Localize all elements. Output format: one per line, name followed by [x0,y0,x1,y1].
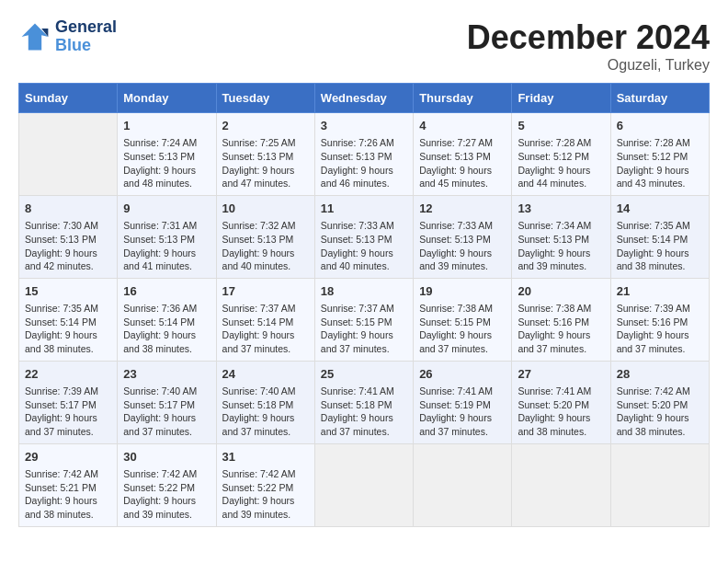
day-number: 14 [617,201,703,217]
day-number: 22 [25,366,111,383]
calendar-day: 4Sunrise: 7:27 AMSunset: 5:13 PMDaylight… [414,113,512,196]
day-info: Sunrise: 7:42 AMSunset: 5:22 PMDaylight:… [222,467,309,522]
day-number: 8 [25,201,111,217]
day-number: 10 [222,201,309,217]
day-number: 13 [518,201,604,217]
day-number: 12 [419,201,506,217]
calendar-day: 15Sunrise: 7:35 AMSunset: 5:14 PMDayligh… [19,278,118,361]
day-number: 16 [123,283,210,300]
day-number: 20 [518,283,604,300]
weekday-header: Saturday [610,84,709,113]
weekday-header: Tuesday [216,84,314,113]
day-info: Sunrise: 7:37 AMSunset: 5:14 PMDaylight:… [222,302,309,356]
day-info: Sunrise: 7:42 AMSunset: 5:21 PMDaylight:… [25,467,111,522]
location: Oguzeli, Turkey [467,57,710,74]
calendar-day: 17Sunrise: 7:37 AMSunset: 5:14 PMDayligh… [216,278,314,361]
calendar-day: 11Sunrise: 7:33 AMSunset: 5:13 PMDayligh… [314,195,413,278]
day-info: Sunrise: 7:31 AMSunset: 5:13 PMDaylight:… [123,219,210,273]
day-info: Sunrise: 7:30 AMSunset: 5:13 PMDaylight:… [25,219,111,273]
day-info: Sunrise: 7:41 AMSunset: 5:18 PMDaylight:… [321,385,407,439]
calendar-day: 31Sunrise: 7:42 AMSunset: 5:22 PMDayligh… [216,443,314,526]
calendar-day: 6Sunrise: 7:28 AMSunset: 5:12 PMDaylight… [610,113,709,196]
day-number: 21 [617,283,703,300]
day-number: 6 [617,118,703,134]
calendar-day: 26Sunrise: 7:41 AMSunset: 5:19 PMDayligh… [414,361,512,443]
day-number: 31 [222,449,309,465]
calendar-day: 20Sunrise: 7:38 AMSunset: 5:16 PMDayligh… [512,278,610,361]
day-number: 4 [419,118,506,134]
day-number: 1 [123,118,210,134]
day-info: Sunrise: 7:33 AMSunset: 5:13 PMDaylight:… [321,219,407,273]
logo-icon [18,20,51,53]
day-number: 28 [617,366,703,383]
day-info: Sunrise: 7:38 AMSunset: 5:15 PMDaylight:… [419,302,506,356]
day-info: Sunrise: 7:27 AMSunset: 5:13 PMDaylight:… [419,136,506,190]
day-info: Sunrise: 7:35 AMSunset: 5:14 PMDaylight:… [617,219,703,273]
svg-marker-0 [22,23,49,50]
day-number: 26 [419,366,506,383]
day-number: 11 [321,201,407,217]
day-info: Sunrise: 7:35 AMSunset: 5:14 PMDaylight:… [25,302,111,356]
day-info: Sunrise: 7:26 AMSunset: 5:13 PMDaylight:… [321,136,407,190]
day-info: Sunrise: 7:32 AMSunset: 5:13 PMDaylight:… [222,219,309,273]
day-number: 2 [222,118,309,134]
day-number: 25 [321,366,407,383]
day-number: 23 [123,366,210,383]
calendar-day [610,443,709,526]
page-header: General Blue December 2024 Oguzeli, Turk… [18,18,710,74]
weekday-header: Wednesday [314,84,413,113]
day-info: Sunrise: 7:40 AMSunset: 5:18 PMDaylight:… [222,385,309,439]
calendar-day: 2Sunrise: 7:25 AMSunset: 5:13 PMDaylight… [216,113,314,196]
day-number: 29 [25,449,111,465]
day-info: Sunrise: 7:25 AMSunset: 5:13 PMDaylight:… [222,136,309,190]
calendar-week-row: 1Sunrise: 7:24 AMSunset: 5:13 PMDaylight… [19,113,710,196]
calendar-day: 25Sunrise: 7:41 AMSunset: 5:18 PMDayligh… [314,361,413,443]
day-info: Sunrise: 7:24 AMSunset: 5:13 PMDaylight:… [123,136,210,190]
day-info: Sunrise: 7:36 AMSunset: 5:14 PMDaylight:… [123,302,210,356]
day-number: 19 [419,283,506,300]
day-number: 15 [25,283,111,300]
calendar-day [512,443,610,526]
day-number: 18 [321,283,407,300]
calendar-day: 23Sunrise: 7:40 AMSunset: 5:17 PMDayligh… [118,361,216,443]
calendar-day [314,443,413,526]
title-section: December 2024 Oguzeli, Turkey [467,18,710,74]
calendar-day: 27Sunrise: 7:41 AMSunset: 5:20 PMDayligh… [512,361,610,443]
day-info: Sunrise: 7:42 AMSunset: 5:20 PMDaylight:… [617,385,703,439]
logo-blue: Blue [55,37,117,55]
calendar-day: 10Sunrise: 7:32 AMSunset: 5:13 PMDayligh… [216,195,314,278]
calendar-day: 28Sunrise: 7:42 AMSunset: 5:20 PMDayligh… [610,361,709,443]
day-number: 30 [123,449,210,465]
day-number: 3 [321,118,407,134]
weekday-header: Thursday [414,84,512,113]
calendar-day: 22Sunrise: 7:39 AMSunset: 5:17 PMDayligh… [19,361,118,443]
logo-general: General [55,18,117,37]
logo-text: General Blue [55,18,117,55]
logo: General Blue [18,18,117,55]
calendar-table: SundayMondayTuesdayWednesdayThursdayFrid… [18,83,710,527]
weekday-header: Sunday [19,84,118,113]
calendar-day: 29Sunrise: 7:42 AMSunset: 5:21 PMDayligh… [19,443,118,526]
header-row: SundayMondayTuesdayWednesdayThursdayFrid… [19,84,710,113]
calendar-body: 1Sunrise: 7:24 AMSunset: 5:13 PMDaylight… [19,113,710,527]
calendar-day: 5Sunrise: 7:28 AMSunset: 5:12 PMDaylight… [512,113,610,196]
day-number: 9 [123,201,210,217]
day-info: Sunrise: 7:28 AMSunset: 5:12 PMDaylight:… [617,136,703,190]
calendar-day: 3Sunrise: 7:26 AMSunset: 5:13 PMDaylight… [314,113,413,196]
day-info: Sunrise: 7:39 AMSunset: 5:16 PMDaylight:… [617,302,703,356]
calendar-day: 21Sunrise: 7:39 AMSunset: 5:16 PMDayligh… [610,278,709,361]
day-info: Sunrise: 7:42 AMSunset: 5:22 PMDaylight:… [123,467,210,522]
calendar-day: 18Sunrise: 7:37 AMSunset: 5:15 PMDayligh… [314,278,413,361]
calendar-day [19,113,118,196]
calendar-day: 19Sunrise: 7:38 AMSunset: 5:15 PMDayligh… [414,278,512,361]
day-info: Sunrise: 7:38 AMSunset: 5:16 PMDaylight:… [518,302,604,356]
calendar-header: SundayMondayTuesdayWednesdayThursdayFrid… [19,84,710,113]
day-number: 24 [222,366,309,383]
month-title: December 2024 [467,18,710,57]
day-number: 27 [518,366,604,383]
calendar-day: 1Sunrise: 7:24 AMSunset: 5:13 PMDaylight… [118,113,216,196]
weekday-header: Friday [512,84,610,113]
calendar-day: 24Sunrise: 7:40 AMSunset: 5:18 PMDayligh… [216,361,314,443]
day-info: Sunrise: 7:37 AMSunset: 5:15 PMDaylight:… [321,302,407,356]
calendar-week-row: 29Sunrise: 7:42 AMSunset: 5:21 PMDayligh… [19,443,710,526]
